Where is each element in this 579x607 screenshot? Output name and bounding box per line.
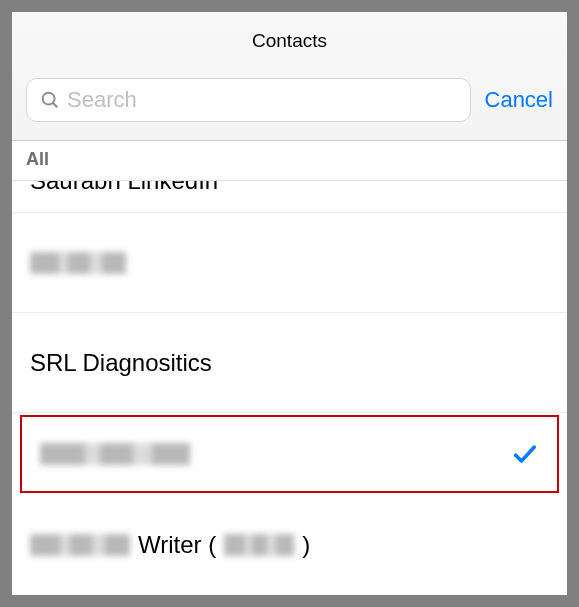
search-icon (39, 89, 61, 111)
contact-list: Saurabh LinkedIn SRL Diagnositics Wri (12, 181, 567, 595)
header: Contacts Cancel (12, 12, 567, 141)
contact-row[interactable]: Writer ( ) (12, 495, 567, 595)
redacted-text (30, 534, 130, 556)
cancel-button[interactable]: Cancel (485, 87, 553, 113)
page-title: Contacts (252, 30, 327, 51)
contact-name: Writer ( ) (30, 531, 310, 559)
contacts-sheet: Contacts Cancel All Saurabh LinkedIn (12, 12, 567, 595)
filter-all-label[interactable]: All (26, 149, 49, 169)
checkmark-icon (511, 440, 539, 468)
contact-row[interactable]: Saurabh LinkedIn (12, 181, 567, 213)
search-input[interactable] (67, 87, 458, 113)
svg-line-1 (53, 103, 57, 107)
contact-name-mid: Writer ( (138, 531, 216, 559)
redacted-text (30, 252, 126, 274)
contact-name (30, 252, 126, 274)
contact-name (40, 443, 190, 465)
contact-row-selected[interactable] (20, 415, 559, 493)
title-row: Contacts (12, 12, 567, 64)
redacted-text (40, 443, 190, 465)
contact-name-end: ) (302, 531, 310, 559)
filter-row: All (12, 141, 567, 181)
search-field[interactable] (26, 78, 471, 122)
contact-row[interactable]: SRL Diagnositics (12, 313, 567, 413)
search-row: Cancel (12, 64, 567, 140)
contact-row[interactable] (12, 213, 567, 313)
redacted-text (224, 534, 294, 556)
contact-name: Saurabh LinkedIn (30, 181, 218, 195)
svg-point-0 (43, 93, 55, 105)
contact-name: SRL Diagnositics (30, 349, 212, 377)
